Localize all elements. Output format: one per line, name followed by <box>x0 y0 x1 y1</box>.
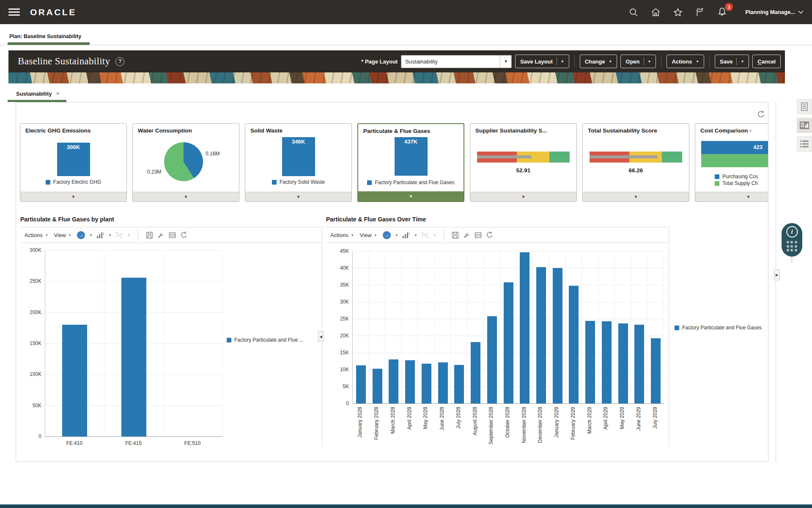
infolet-card-cost-comparison[interactable]: Cost Comparison - 423Purchasing CosTotal… <box>695 123 768 202</box>
chart-toolbar: Actions▼ View▼ →▼ ▼ ▼ <box>326 227 669 243</box>
actions-caret-icon: ▼ <box>696 60 699 64</box>
caret-down-icon: ▼ <box>374 234 377 237</box>
actions-menu[interactable]: Actions▼ <box>330 232 354 238</box>
save-icon[interactable] <box>146 232 153 239</box>
infolet-card-supplier-sustainability-score[interactable]: Supplier Sustainability S...52.91▼ <box>470 123 577 202</box>
gridline <box>434 251 435 403</box>
open-caret-icon: ▼ <box>648 60 651 64</box>
y-tick-label: 10K <box>326 367 349 373</box>
infolet-card-total-sustainability-score[interactable]: Total Sustainability Score66.26▼ <box>582 123 689 202</box>
x-tick-label: May 2029 <box>619 407 625 429</box>
infolet-card-water-consumption[interactable]: Water Consumption0.16M0.23M▼ <box>132 123 239 202</box>
refresh-icon[interactable] <box>180 231 188 239</box>
hbar-bar: 423 <box>701 141 768 154</box>
caret-down-icon[interactable]: ▼ <box>414 234 417 237</box>
bottom-status-bar <box>0 504 812 508</box>
change-button[interactable]: Change▼ <box>580 55 617 68</box>
notifications-bell-icon[interactable]: 3 <box>717 7 727 17</box>
chart-panel-over-time: Particulate & Flue Gases Over Time Actio… <box>326 216 768 446</box>
x-tick-label: FE:510 <box>163 440 222 446</box>
gridline <box>163 250 163 436</box>
save-layout-button[interactable]: Save Layout▼ <box>515 55 569 68</box>
infolet-card-particulate-flue-gases[interactable]: Particulate & Flue Gases437KFactory Part… <box>357 123 464 202</box>
hamburger-menu-icon[interactable] <box>8 7 20 18</box>
bar <box>438 362 448 403</box>
save-button[interactable]: Save▼ <box>715 55 749 68</box>
chart-format-icon[interactable] <box>96 232 104 239</box>
open-button[interactable]: Open▼ <box>620 55 656 68</box>
tools-wrench-icon[interactable] <box>157 232 165 239</box>
splitter-expand-right[interactable]: ▶ <box>774 270 780 280</box>
view-menu[interactable]: View▼ <box>360 232 377 238</box>
gauge-segment <box>549 152 570 163</box>
list-icon <box>800 140 809 148</box>
side-tab-document[interactable] <box>797 99 812 114</box>
page-layout-select[interactable]: Sustainability ▼ <box>401 55 512 68</box>
y-tick-label: 150K <box>20 340 41 346</box>
mini-bar: 437K <box>395 137 428 176</box>
caret-down-icon: ▼ <box>127 234 130 237</box>
button-group-separator <box>661 55 661 68</box>
help-icon[interactable]: ? <box>115 57 124 66</box>
save-icon[interactable] <box>452 232 459 239</box>
gridline <box>45 250 222 251</box>
gridline <box>631 251 631 403</box>
infolet-expander[interactable]: ▼ <box>358 191 464 201</box>
tab-close-icon[interactable]: × <box>56 90 60 97</box>
legend-swatch <box>367 180 372 185</box>
legend-label: Factory Particulate and Flue Gases <box>375 179 454 185</box>
bar <box>405 360 415 403</box>
infolet-card-electric-ghg-emissions[interactable]: Electric GHG Emissions300KFactory Electr… <box>20 123 127 202</box>
keypad-grid-icon[interactable] <box>787 241 798 251</box>
info-icon[interactable]: i <box>786 226 798 237</box>
plot-area <box>45 250 222 437</box>
tab-sustainability[interactable]: Sustainability × <box>16 90 60 97</box>
refresh-icon[interactable] <box>757 110 765 120</box>
x-tick-label: February 2028 <box>373 407 379 440</box>
watchlist-flag-icon[interactable] <box>695 7 705 17</box>
infolet-card-solid-waste[interactable]: Solid Waste346KFactory Solid Waste▼ <box>245 123 352 202</box>
legend-label: Factory Particulate and Flue ... <box>234 337 303 343</box>
gridline <box>532 251 533 403</box>
table-view-icon[interactable] <box>169 232 176 239</box>
export-icon[interactable]: → <box>383 231 391 239</box>
infolet-expander[interactable]: ▼ <box>20 192 126 202</box>
tools-wrench-icon[interactable] <box>463 232 470 239</box>
infolet-expander[interactable]: ▼ <box>470 192 576 202</box>
mini-bar: 300K <box>57 143 90 176</box>
caret-down-icon[interactable]: ▼ <box>395 234 398 237</box>
cancel-button[interactable]: Cancel <box>752 55 781 68</box>
legend-swatch <box>227 338 231 342</box>
table-view-icon[interactable] <box>475 232 482 239</box>
side-tab-dashboard[interactable] <box>797 118 812 133</box>
actions-button[interactable]: Actions▼ <box>667 55 704 68</box>
refresh-icon[interactable] <box>486 231 494 239</box>
bar <box>634 325 644 403</box>
caret-down-icon[interactable]: ▼ <box>89 234 92 237</box>
bar <box>585 321 595 403</box>
infolet-expander[interactable]: ▼ <box>245 192 351 202</box>
chart-format-icon[interactable] <box>402 232 410 239</box>
actions-menu[interactable]: Actions▼ <box>25 232 48 238</box>
export-icon[interactable]: → <box>77 231 85 239</box>
bar <box>389 359 398 403</box>
infolet-expander[interactable]: ▼ <box>695 192 768 202</box>
page-title: Baseline Sustainability <box>18 56 110 67</box>
infolet-expander[interactable]: ▼ <box>133 192 239 202</box>
favorites-star-icon[interactable] <box>673 7 683 17</box>
y-tick-label: 250K <box>20 278 41 284</box>
bar <box>487 316 497 403</box>
infolet-expander[interactable]: ▼ <box>583 192 689 202</box>
select-caret-icon[interactable]: ▼ <box>500 55 511 68</box>
home-icon[interactable] <box>650 7 661 17</box>
caret-down-icon[interactable]: ▼ <box>108 234 111 237</box>
user-menu[interactable]: Planning Manage... <box>745 9 804 15</box>
search-icon[interactable] <box>628 7 639 17</box>
plan-tab[interactable]: Plan: Baseline Sustainability <box>9 33 81 39</box>
x-tick-label: January 2029 <box>554 407 560 438</box>
x-tick-label: July 2029 <box>652 407 658 428</box>
side-tab-list[interactable] <box>797 136 812 152</box>
splitter-collapse-left[interactable]: ◀ <box>318 331 324 342</box>
caret-down-icon: ▼ <box>45 234 48 237</box>
view-menu[interactable]: View▼ <box>54 232 71 238</box>
